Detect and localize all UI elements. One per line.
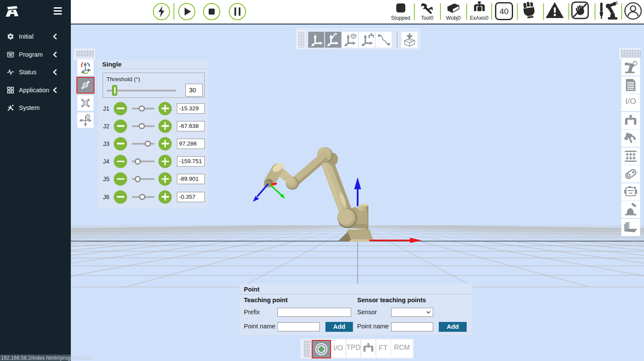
svg-text:M: M (84, 101, 87, 105)
svg-text:M: M (84, 83, 87, 87)
